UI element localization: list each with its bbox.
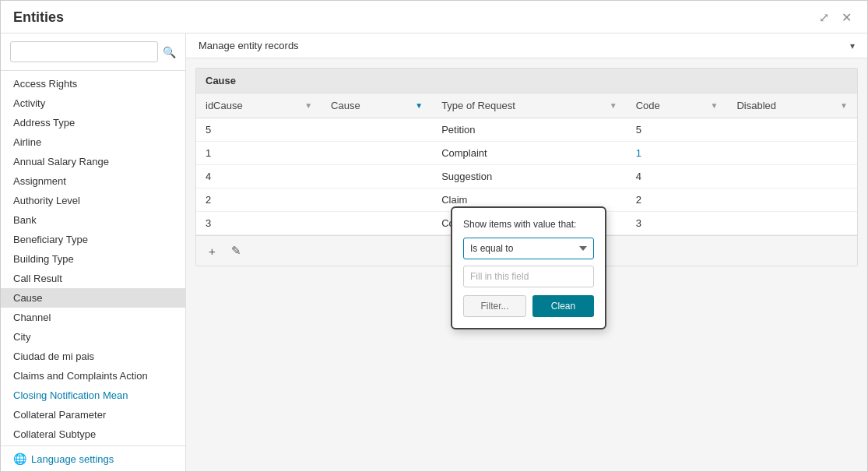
sidebar-item[interactable]: Beneficiary Type (1, 230, 185, 249)
cell-code: 5 (627, 118, 728, 142)
cell-code: 2 (627, 188, 728, 212)
table-header-cause: Cause▼ (322, 93, 432, 118)
cell-disabled (727, 212, 857, 235)
column-label: Disabled (736, 100, 776, 111)
filter-icon[interactable]: ▼ (840, 101, 848, 110)
globe-icon: 🌐 (13, 453, 26, 465)
sidebar-item[interactable]: Authority Level (1, 191, 185, 210)
sidebar-item[interactable]: Access Rights (1, 74, 185, 93)
cell-idcause: 1 (196, 142, 322, 165)
sidebar-item[interactable]: City (1, 327, 185, 347)
filter-value-input[interactable] (463, 266, 594, 287)
app-window: Entities ⤢ ✕ 🔍 Access RightsActivityAddr… (0, 0, 868, 472)
close-icon[interactable]: ✕ (838, 9, 855, 26)
add-record-button[interactable]: + (206, 242, 219, 259)
sidebar-item[interactable]: Call Result (1, 269, 185, 288)
column-label: idCause (206, 100, 243, 111)
search-input[interactable] (10, 41, 158, 62)
cell-disabled (727, 118, 857, 142)
cell-code: 4 (627, 165, 728, 188)
edit-record-button[interactable]: ✎ (228, 242, 244, 259)
cell-type-of-request: Petition (432, 118, 626, 142)
search-icon[interactable]: 🔍 (163, 46, 176, 58)
cell-cause (322, 188, 432, 212)
sidebar-item[interactable]: Claims and Complaints Action (1, 366, 185, 386)
table-row: 5Petition5 (196, 118, 857, 142)
sidebar: 🔍 Access RightsActivityAddress TypeAirli… (1, 33, 186, 471)
table-row: 1Complaint1 (196, 142, 857, 165)
main-content: Manage entity records ▾ Cause idCause▼Ca… (186, 33, 867, 471)
filter-popup-title: Show items with value that: (463, 219, 594, 230)
table-title: Cause (196, 69, 857, 93)
table-header-type-of-request: Type of Request▼ (432, 93, 626, 118)
cell-disabled (727, 142, 857, 165)
language-settings-label: Language settings (31, 453, 114, 465)
column-label: Type of Request (441, 100, 515, 111)
filter-action-buttons: Filter... Clean (463, 295, 594, 317)
filter-condition-select[interactable]: Is equal to (463, 238, 594, 259)
sidebar-list: Access RightsActivityAddress TypeAirline… (1, 71, 185, 446)
sidebar-item[interactable]: Bank (1, 210, 185, 230)
search-box: 🔍 (1, 33, 185, 71)
sidebar-item[interactable]: Cause (1, 288, 185, 308)
cell-disabled (727, 188, 857, 212)
cell-cause (322, 212, 432, 235)
content-area: 🔍 Access RightsActivityAddress TypeAirli… (1, 33, 867, 471)
dropdown-chevron-icon[interactable]: ▾ (850, 41, 855, 51)
sidebar-item[interactable]: Collateral Subtype (1, 424, 185, 444)
filter-icon[interactable]: ▼ (610, 101, 617, 110)
cell-type-of-request: Suggestion (432, 165, 626, 188)
table-header-idcause: idCause▼ (196, 93, 322, 118)
sidebar-item[interactable]: Annual Salary Range (1, 152, 185, 171)
cell-cause (322, 118, 432, 142)
cell-idcause: 3 (196, 212, 322, 235)
cell-cause (322, 165, 432, 188)
cell-code[interactable]: 1 (627, 142, 728, 165)
sidebar-item[interactable]: Channel (1, 308, 185, 327)
sidebar-item[interactable]: Building Type (1, 249, 185, 269)
language-settings-footer[interactable]: 🌐 Language settings (1, 446, 185, 471)
top-bar: Manage entity records ▾ (186, 33, 867, 58)
sidebar-item[interactable]: Activity (1, 93, 185, 113)
table-header-disabled: Disabled▼ (727, 93, 857, 118)
app-title: Entities (13, 9, 64, 26)
table-row: 4Suggestion4 (196, 165, 857, 188)
filter-popup: Show items with value that: Is equal to … (451, 206, 606, 329)
filter-button[interactable]: Filter... (463, 295, 526, 317)
filter-icon[interactable]: ▼ (415, 101, 423, 110)
sidebar-item[interactable]: Closing Notification Mean (1, 386, 185, 405)
expand-icon[interactable]: ⤢ (816, 9, 832, 26)
cell-idcause: 4 (196, 165, 322, 188)
cell-idcause: 5 (196, 118, 322, 142)
table-header-code: Code▼ (627, 93, 728, 118)
column-label: Code (636, 100, 660, 111)
cell-type-of-request: Complaint (432, 142, 626, 165)
sidebar-item[interactable]: Collateral Parameter (1, 405, 185, 424)
cell-idcause: 2 (196, 188, 322, 212)
cell-disabled (727, 165, 857, 188)
cell-code: 3 (627, 212, 728, 235)
manage-records-label: Manage entity records (199, 40, 299, 51)
sidebar-item[interactable]: Address Type (1, 113, 185, 132)
sidebar-item[interactable]: Ciudad de mi pais (1, 347, 185, 366)
sidebar-item[interactable]: Assignment (1, 171, 185, 191)
filter-icon[interactable]: ▼ (304, 101, 312, 110)
sidebar-item[interactable]: Airline (1, 132, 185, 152)
table-header-row: idCause▼Cause▼Type of Request▼Code▼Disab… (196, 93, 857, 118)
cell-cause (322, 142, 432, 165)
clean-button[interactable]: Clean (532, 295, 594, 317)
title-bar: Entities ⤢ ✕ (1, 1, 867, 33)
filter-icon[interactable]: ▼ (711, 101, 719, 110)
table-container: Cause idCause▼Cause▼Type of Request▼Code… (186, 58, 867, 471)
title-bar-actions: ⤢ ✕ (816, 9, 855, 26)
column-label: Cause (331, 100, 360, 111)
